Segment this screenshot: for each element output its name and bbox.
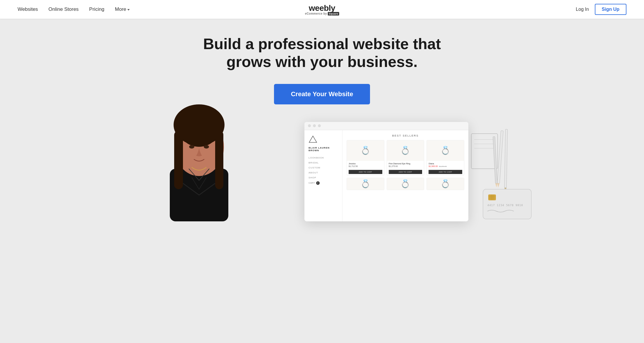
svg-marker-15 [497,183,500,188]
product-price: $1,900.00 $2,299.00 [429,165,462,167]
nav-pricing[interactable]: Pricing [89,6,105,12]
svg-rect-18 [493,137,497,183]
sale-price: $1,900.00 [429,165,438,167]
sidebar-menu-item: CUSTOM [309,166,338,169]
svg-rect-4 [174,131,183,189]
navigation: Websites Online Stores Pricing More weeb… [0,0,644,19]
logo-wordmark: weebly [309,4,335,13]
svg-point-7 [189,145,194,149]
product-info: Fine Diamond Eye Ring $1,275.00 ADD TO C… [387,161,424,175]
logo-subtitle: eCommerce by Square [305,12,339,15]
product-card-partial: 💍 [347,178,384,190]
add-to-cart-button[interactable]: ADD TO CART [349,170,382,174]
nav-online-stores[interactable]: Online Stores [49,6,79,12]
nav-more[interactable]: More [115,6,130,12]
titlebar-dot-2 [313,124,316,127]
product-name: Diana [429,163,462,165]
cart-badge: 2 [316,181,320,185]
product-image: 💍 [387,178,424,190]
sidebar-menu-item: SHOP [309,176,338,179]
site-logo[interactable]: weebly eCommerce by Square [305,4,339,15]
create-website-button[interactable]: Create Your Website [274,84,370,104]
svg-rect-5 [215,131,223,189]
product-card: 💍 Diana $1,900.00 $2,299.00 ADD TO CART [427,140,464,175]
screenshot-titlebar [304,122,468,130]
product-card: 💍 Fine Diamond Eye Ring $1,275.00 ADD TO… [387,140,424,175]
products-grid-row2: 💍 💍 💍 [347,178,464,190]
sidebar-menu-item: ABOUT [309,171,338,174]
hero-visuals: BLAIR LAUREN BROWN LOOKBOOK BRIDAL CUSTO… [117,122,527,221]
nav-websites[interactable]: Websites [18,6,38,12]
hero-section: Build a professional website that grows … [0,0,644,343]
nav-left: Websites Online Stores Pricing More [18,6,130,12]
sidebar-brand-name: BLAIR LAUREN BROWN [309,146,338,152]
titlebar-dot-1 [308,124,311,127]
sidebar-menu: LOOKBOOK BRIDAL CUSTOM ABOUT SHOP [309,156,338,179]
svg-text:4417 1234 5678 9010: 4417 1234 5678 9010 [487,204,523,207]
person-illustration [154,93,244,221]
decorative-illustration: 4417 1234 5678 9010 [468,128,533,221]
product-price: $1,275.00 [389,165,422,167]
product-price: $1,712.50 [349,165,382,167]
product-name: Jessica [349,163,382,165]
product-card-partial: 💍 [387,178,424,190]
hero-headline: Build a professional website that grows … [202,35,442,71]
product-info: Diana $1,900.00 $2,299.00 ADD TO CART [427,161,464,175]
best-sellers-title: BEST SELLERS [347,134,464,137]
svg-point-8 [204,145,209,149]
svg-rect-21 [488,194,496,200]
signup-button[interactable]: Sign Up [595,4,626,15]
svg-marker-19 [495,183,498,187]
sidebar-menu-item: LOOKBOOK [309,156,338,159]
product-name: Fine Diamond Eye Ring [389,163,422,165]
sidebar-menu-item: BRIDAL [309,161,338,164]
svg-point-6 [181,120,217,147]
product-info: Jessica $1,712.50 ADD TO CART [347,161,384,175]
original-price: $2,299.00 [439,166,447,167]
pencils-card-illustration: 4417 1234 5678 9010 [468,128,533,221]
add-to-cart-button[interactable]: ADD TO CART [389,170,422,174]
screenshot-sidebar: BLAIR LAUREN BROWN LOOKBOOK BRIDAL CUSTO… [304,130,342,221]
product-image: 💍 [427,178,464,190]
product-image: 💍 [387,140,424,161]
svg-rect-14 [497,131,503,183]
logo-brand-square: Square [328,12,339,15]
product-image: 💍 [347,140,384,161]
add-to-cart-button[interactable]: ADD TO CART [429,170,462,174]
nav-right: Log In Sign Up [576,4,626,15]
ecommerce-screenshot: BLAIR LAUREN BROWN LOOKBOOK BRIDAL CUSTO… [304,122,468,221]
chevron-down-icon [127,9,130,11]
product-card-partial: 💍 [427,178,464,190]
hero-person [154,93,244,221]
screenshot-main: BEST SELLERS 💍 Jessica $1,712.50 ADD TO … [342,130,468,221]
titlebar-dot-3 [318,124,321,127]
screenshot-body: BLAIR LAUREN BROWN LOOKBOOK BRIDAL CUSTO… [304,130,468,221]
products-grid: 💍 Jessica $1,712.50 ADD TO CART 💍 Fi [347,140,464,175]
login-button[interactable]: Log In [576,7,589,12]
product-image: 💍 [427,140,464,161]
svg-marker-9 [309,136,317,142]
svg-rect-16 [504,129,507,188]
sidebar-cart: CART 2 [309,181,338,185]
brand-triangle-logo [309,135,317,143]
product-image: 💍 [347,178,384,190]
product-card: 💍 Jessica $1,712.50 ADD TO CART [347,140,384,175]
